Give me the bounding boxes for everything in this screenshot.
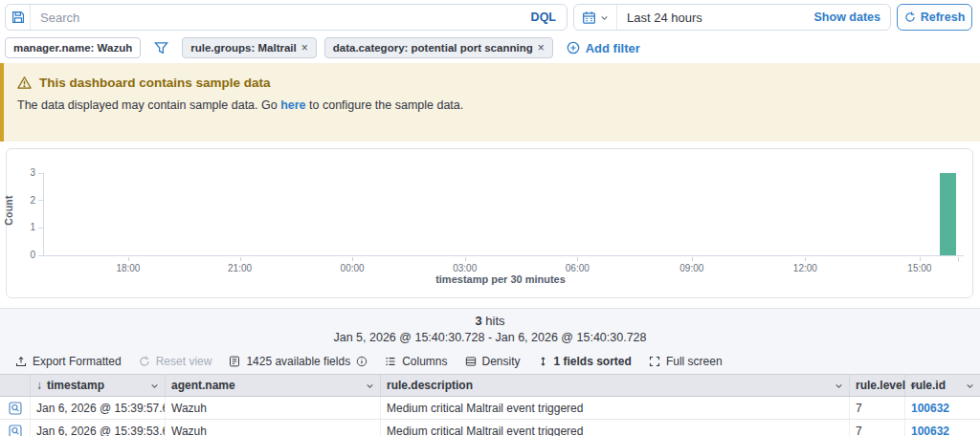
columns-label: Columns [402,355,447,368]
header-label: rule.level [856,379,905,392]
header-label: timestamp [47,379,104,392]
add-filter-button[interactable]: Add filter [567,41,640,55]
refresh-icon [904,11,916,23]
filter-pill-data-category[interactable]: data.category: potential port scanning × [324,37,553,58]
table-row: Jan 6, 2026 @ 15:39:53.649 Wazuh Medium … [0,420,980,436]
callout-body-text: to configure the sample data. [306,98,464,112]
histogram-bar[interactable] [940,173,956,255]
header-agent-name[interactable]: agent.name [166,375,381,396]
calendar-icon [582,11,596,25]
filter-pill-label: manager.name: Wazuh [13,42,132,54]
documents-section: 3 hits Jan 5, 2026 @ 15:40:30.728 - Jan … [0,308,980,436]
fullscreen-label: Full screen [666,355,723,368]
chevron-down-icon [600,13,609,22]
header-label: rule.id [911,379,946,392]
full-screen-button[interactable]: Full screen [649,355,723,368]
rule-id-link[interactable]: 100632 [911,425,949,436]
search-box[interactable]: Search DQL [5,4,568,31]
inspect-document-icon [9,425,22,436]
remove-filter-icon[interactable]: × [538,41,545,54]
filter-pill-label: data.category: potential port scanning [333,42,533,54]
hits-line: 3 hits [0,309,980,329]
hits-count: 3 [475,314,481,328]
header-rule-level[interactable]: rule.level [850,375,905,396]
header-label: agent.name [171,379,235,392]
cell-rule-level: 7 [850,420,905,436]
show-dates-button[interactable]: Show dates [814,11,880,24]
fields-label: 1425 available fields [246,355,350,368]
rule-id-link[interactable]: 100632 [911,402,949,415]
hits-label: hits [485,314,504,328]
fields-icon [229,356,240,367]
filter-pill-manager-name[interactable]: manager.name: Wazuh [5,37,141,58]
configure-sample-data-link[interactable]: here [280,98,305,112]
cell-agent-name: Wazuh [166,397,381,419]
plus-circle-icon [567,41,580,54]
header-rule-id[interactable]: rule.id [905,375,980,396]
histogram-panel: Count 0123 18:0021:0000:0003:0006:0009:0… [6,148,973,298]
filter-funnel-icon[interactable] [154,41,168,55]
info-icon[interactable] [356,356,368,367]
cell-agent-name: Wazuh [166,420,381,436]
filter-pill-label: rule.groups: Maltrail [190,42,297,54]
cell-rule-description: Medium critical Maltrail event triggered [381,397,850,419]
y-axis-labels: 0123 [7,173,38,255]
chevron-down-icon[interactable] [835,382,843,390]
reset-label: Reset view [156,355,212,368]
save-query-button[interactable] [6,5,31,30]
header-rule-description[interactable]: rule.description [381,375,850,396]
available-fields-button[interactable]: 1425 available fields [229,355,368,368]
histogram-bars[interactable] [43,173,958,255]
date-picker: Last 24 hours Show dates [573,4,891,31]
density-button[interactable]: Density [465,355,521,368]
callout-body-text: The data displayed may contain sample da… [17,98,280,112]
density-icon [465,356,477,367]
inspect-document-icon [9,402,22,415]
filter-bar: manager.name: Wazuh rule.groups: Maltrai… [5,36,640,59]
x-axis-title: timestamp per 30 minutes [43,273,958,285]
date-picker-calendar-button[interactable] [574,5,617,30]
callout-body: The data displayed may contain sample da… [17,98,967,112]
sort-desc-icon: ↓ [36,379,42,392]
chevron-down-icon[interactable] [966,382,974,390]
chevron-down-icon[interactable] [366,382,374,390]
fields-sorted-button[interactable]: 1 fields sorted [538,355,632,368]
reset-view-button[interactable]: Reset view [139,355,212,368]
documents-toolbar: Export Formatted Reset view 1425 availab… [0,352,980,371]
save-icon [11,11,25,24]
export-label: Export Formatted [33,355,122,368]
remove-filter-icon[interactable]: × [301,41,308,54]
table-header: ↓ timestamp agent.name rule.description [0,374,980,397]
header-expand-column [0,375,31,396]
hits-time-range: Jan 5, 2026 @ 15:40:30.728 - Jan 6, 2026… [0,330,980,345]
warning-icon [17,76,32,90]
columns-button[interactable]: Columns [385,355,447,368]
sample-data-callout: This dashboard contains sample data The … [0,63,980,142]
refresh-label: Refresh [921,11,966,24]
columns-icon [385,356,396,367]
callout-title-row: This dashboard contains sample data [17,76,967,90]
time-range-value[interactable]: Last 24 hours [627,11,814,25]
header-label: rule.description [387,379,473,392]
header-timestamp[interactable]: ↓ timestamp [31,375,166,396]
add-filter-label: Add filter [586,41,640,55]
cell-timestamp: Jan 6, 2026 @ 15:39:57.649 [31,397,166,419]
dql-button[interactable]: DQL [531,11,556,24]
export-formatted-button[interactable]: Export Formatted [15,355,122,368]
fields-sorted-label: 1 fields sorted [554,355,632,368]
filter-pill-rule-groups[interactable]: rule.groups: Maltrail × [182,37,317,58]
search-input[interactable]: Search [40,11,531,25]
fullscreen-icon [649,356,660,367]
cell-timestamp: Jan 6, 2026 @ 15:39:53.649 [31,420,166,436]
reset-icon [139,356,150,367]
query-bar: Search DQL Last 24 hours Show dates [5,4,974,31]
table-row: Jan 6, 2026 @ 15:39:57.649 Wazuh Medium … [0,397,980,420]
expand-document-button[interactable] [0,420,31,436]
expand-document-button[interactable] [0,397,31,419]
refresh-button[interactable]: Refresh [897,4,972,31]
sort-icon [538,356,548,367]
discover-page: Search DQL Last 24 hours Show dates [0,0,980,436]
cell-rule-description: Medium critical Maltrail event triggered [381,420,850,436]
chevron-down-icon[interactable] [150,382,159,390]
callout-title: This dashboard contains sample data [39,76,271,90]
